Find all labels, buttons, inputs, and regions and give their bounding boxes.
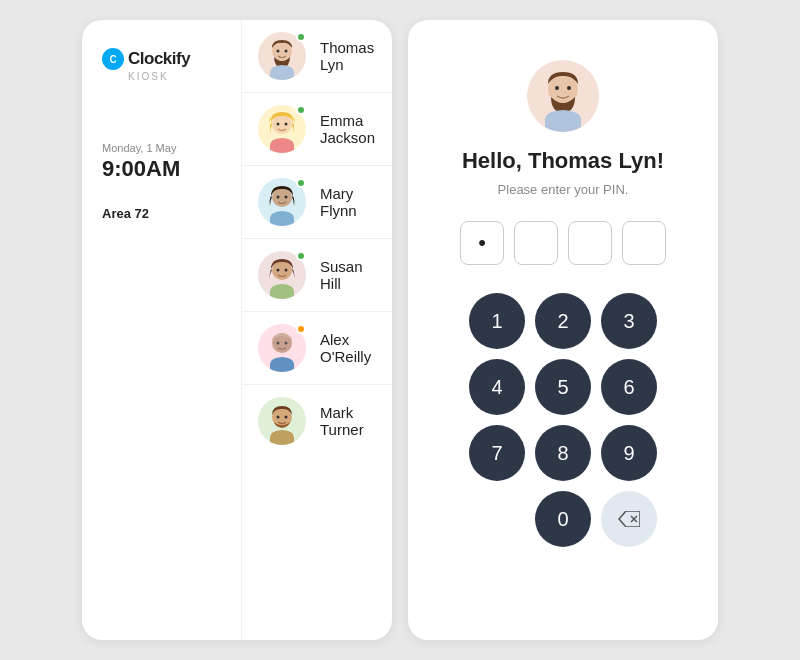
numpad-7[interactable]: 7 (469, 425, 525, 481)
numpad-4[interactable]: 4 (469, 359, 525, 415)
status-dot-emma (296, 105, 306, 115)
pin-box-2 (514, 221, 558, 265)
numpad-5[interactable]: 5 (535, 359, 591, 415)
user-item-mary[interactable]: Mary Flynn (242, 166, 392, 239)
numpad-backspace[interactable] (601, 491, 657, 547)
svg-point-28 (555, 86, 559, 90)
avatar-wrapper-thomas (258, 32, 306, 80)
user-item-emma[interactable]: Emma Jackson (242, 93, 392, 166)
user-name-emma: Emma Jackson (320, 112, 376, 146)
svg-point-4 (277, 50, 280, 53)
svg-point-20 (277, 342, 280, 345)
logo: C Clockify (102, 48, 190, 70)
svg-point-29 (567, 86, 571, 90)
numpad-1[interactable]: 1 (469, 293, 525, 349)
time-label: 9:00AM (102, 156, 180, 182)
right-panel: Hello, Thomas Lyn! Please enter your PIN… (408, 20, 718, 640)
svg-point-25 (285, 416, 288, 419)
user-name-susan: Susan Hill (320, 258, 376, 292)
pin-box-1: • (460, 221, 504, 265)
pin-prompt-text: Please enter your PIN. (498, 182, 629, 197)
pin-input-boxes: • (460, 221, 666, 265)
svg-point-12 (277, 196, 280, 199)
user-list: Thomas Lyn (242, 20, 392, 640)
user-item-susan[interactable]: Susan Hill (242, 239, 392, 312)
avatar-wrapper-mary (258, 178, 306, 226)
user-name-mary: Mary Flynn (320, 185, 376, 219)
user-name-mark: Mark Turner (320, 404, 376, 438)
pin-box-4 (622, 221, 666, 265)
svg-text:C: C (109, 54, 116, 65)
numpad-3[interactable]: 3 (601, 293, 657, 349)
logo-icon: C (102, 48, 124, 70)
user-item-mark[interactable]: Mark Turner (242, 385, 392, 457)
status-dot-alex (296, 324, 306, 334)
numpad: 1 2 3 4 5 6 7 8 9 0 (469, 293, 657, 547)
selected-user-avatar (527, 60, 599, 132)
sidebar: C Clockify KIOSK Monday, 1 May 9:00AM Ar… (82, 20, 242, 640)
area-label: Area 72 (102, 206, 149, 221)
user-name-alex: Alex O'Reilly (320, 331, 376, 365)
svg-point-13 (285, 196, 288, 199)
avatar-wrapper-mark (258, 397, 306, 445)
kiosk-label: KIOSK (128, 71, 169, 82)
status-dot-thomas (296, 32, 306, 42)
status-dot-mary (296, 178, 306, 188)
svg-point-21 (285, 342, 288, 345)
greeting-text: Hello, Thomas Lyn! (462, 148, 664, 174)
avatar-mark (258, 397, 306, 445)
numpad-9[interactable]: 9 (601, 425, 657, 481)
svg-point-17 (285, 269, 288, 272)
numpad-2[interactable]: 2 (535, 293, 591, 349)
left-panel: C Clockify KIOSK Monday, 1 May 9:00AM Ar… (82, 20, 392, 640)
pin-box-3 (568, 221, 612, 265)
svg-point-9 (285, 123, 288, 126)
numpad-0[interactable]: 0 (535, 491, 591, 547)
user-item-alex[interactable]: Alex O'Reilly (242, 312, 392, 385)
svg-point-16 (277, 269, 280, 272)
svg-point-24 (277, 416, 280, 419)
date-time: Monday, 1 May 9:00AM (102, 142, 180, 182)
avatar-wrapper-susan (258, 251, 306, 299)
logo-text: Clockify (128, 49, 190, 69)
svg-point-5 (285, 50, 288, 53)
svg-point-8 (277, 123, 280, 126)
logo-area: C Clockify KIOSK (102, 48, 190, 82)
numpad-8[interactable]: 8 (535, 425, 591, 481)
date-label: Monday, 1 May (102, 142, 180, 154)
user-item-thomas[interactable]: Thomas Lyn (242, 20, 392, 93)
avatar-wrapper-alex (258, 324, 306, 372)
user-name-thomas: Thomas Lyn (320, 39, 376, 73)
status-dot-susan (296, 251, 306, 261)
avatar-wrapper-emma (258, 105, 306, 153)
numpad-6[interactable]: 6 (601, 359, 657, 415)
